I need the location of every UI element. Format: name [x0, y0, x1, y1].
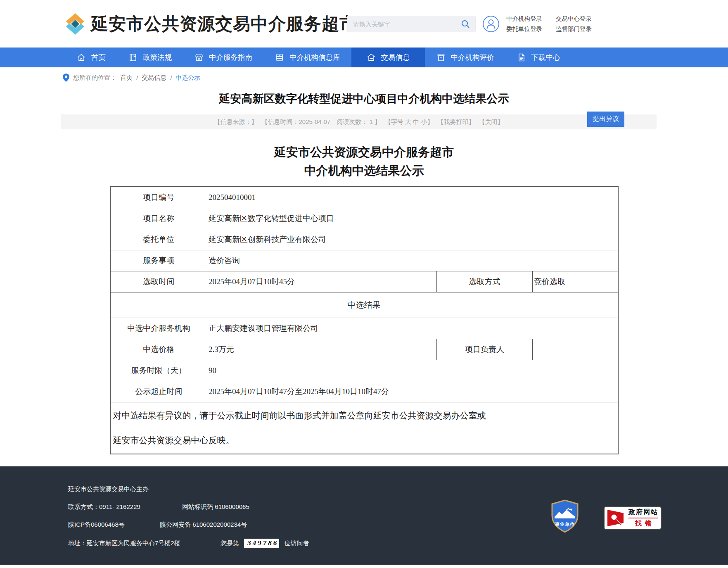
article-title: 延安高新区数字化转型促进中心项目中介机构中选结果公示 [0, 91, 728, 106]
user-avatar-icon[interactable] [482, 15, 500, 33]
search-box [347, 16, 476, 32]
result-table: 项目编号 202504010001 项目名称 延安高新区数字化转型促进中心项目 … [110, 186, 619, 454]
footer-info: 延安市公共资源交易中心主办 联系方式：0911- 2162229 网站标识码 6… [68, 485, 309, 558]
nav-item-label: 首页 [91, 52, 106, 62]
error-report-badge-line2: 找错 [632, 519, 655, 528]
price-value: 2.3万元 [207, 339, 437, 360]
price-label: 中选价格 [110, 339, 207, 360]
nav-item-label: 交易信息 [381, 52, 410, 62]
footer-address: 地址：延安市新区为民服务中心7号楼2楼 [68, 539, 219, 547]
search-icon[interactable] [460, 19, 470, 29]
search-input[interactable] [347, 21, 460, 28]
nav-item-policy[interactable]: 政策法规 [117, 48, 183, 67]
breadcrumb: 您所在的位置： 首页 / 交易信息 / 中选公示 [0, 67, 728, 88]
nav-item-label: 中介机构评价 [451, 52, 494, 62]
login-link-client[interactable]: 委托单位登录 [506, 25, 542, 33]
table-row: 委托单位 延安高新区创新科技产业有限公司 [110, 229, 618, 250]
service-duration-value: 90 [207, 360, 618, 381]
site-logo[interactable]: 延安市公共资源交易中介服务超市 [65, 12, 357, 36]
select-time-label: 选取时间 [110, 271, 207, 292]
client-value: 延安高新区创新科技产业有限公司 [207, 229, 618, 250]
location-pin-icon [63, 74, 69, 82]
breadcrumb-separator: / [136, 74, 138, 81]
public-institution-badge[interactable]: 事业单位 [550, 499, 579, 533]
main-nav: 首页 政策法规 中介服务指南 中介机构信息库 交易信息 中介机构评价 [0, 48, 728, 67]
nav-item-service-guide[interactable]: 中介服务指南 [183, 48, 263, 67]
site-logo-icon [65, 13, 85, 35]
meta-close-link[interactable]: 【关闭】 [479, 118, 503, 126]
login-link-supervision[interactable]: 监督部门登录 [549, 25, 592, 33]
result-section-header: 中选结果 [110, 292, 618, 318]
meta-font-size-control[interactable]: 【字号 大 中 小】 [385, 118, 434, 126]
site-footer: 延安市公共资源交易中心主办 联系方式：0911- 2162229 网站标识码 6… [0, 466, 728, 565]
table-row: 服务时限（天） 90 [110, 360, 618, 381]
breadcrumb-current[interactable]: 中选公示 [175, 74, 200, 82]
footer-contact: 联系方式：0911- 2162229 [68, 503, 180, 511]
select-time-value: 2025年04月07日10时45分 [207, 271, 437, 292]
publicity-period-label: 公示起止时间 [110, 381, 207, 402]
breadcrumb-prefix: 您所在的位置： [73, 74, 116, 82]
doc-title: 延安市公共资源交易中介服务超市 中介机构中选结果公示 [0, 143, 728, 180]
winner-label: 中选中介服务机构 [110, 318, 207, 339]
nav-item-label: 中介机构信息库 [289, 52, 340, 62]
project-name-value: 延安高新区数字化转型促进中心项目 [207, 208, 618, 229]
visitor-counter: 349786 [244, 539, 279, 548]
book-icon [128, 52, 138, 62]
project-name-label: 项目名称 [110, 208, 207, 229]
table-row: 中选价格 2.3万元 项目负责人 [110, 339, 618, 360]
login-link-trade-center[interactable]: 交易中心登录 [549, 15, 592, 23]
login-links: 中介机构登录 交易中心登录 委托单位登录 监督部门登录 [506, 15, 592, 33]
nav-item-label: 政策法规 [143, 52, 172, 62]
client-label: 委托单位 [110, 229, 207, 250]
breadcrumb-separator: / [170, 74, 172, 81]
nav-item-download-center[interactable]: 下载中心 [505, 48, 571, 67]
footer-icp: 陕ICP备06006468号 [68, 521, 158, 529]
footer-organizer: 延安市公共资源交易中心主办 [68, 485, 309, 493]
project-no-value: 202504010001 [207, 187, 618, 208]
meta-time-views: 【信息时间：2025-04-07 阅读次数： 1 】 [262, 118, 381, 126]
table-row: 项目编号 202504010001 [110, 187, 618, 208]
login-link-agency[interactable]: 中介机构登录 [506, 15, 542, 23]
winner-value: 正大鹏安建设项目管理有限公司 [207, 318, 618, 339]
footer-police-record: 陕公网安备 61060202000234号 [160, 521, 247, 528]
nav-item-agency-database[interactable]: 中介机构信息库 [263, 48, 351, 67]
visitor-counter-suffix: 位访问者 [285, 539, 309, 547]
site-header: 延安市公共资源交易中介服务超市 中介机构登录 交易中心登录 委托单位登录 监督部… [0, 0, 728, 48]
error-report-magnifier-icon [607, 509, 625, 527]
doc-title-line1: 延安市公共资源交易中介服务超市 [0, 143, 728, 162]
market-house-icon [366, 52, 376, 62]
nav-item-label: 下载中心 [531, 52, 560, 62]
home-icon [76, 52, 86, 62]
article-meta-bar: 【信息来源：】 【信息时间：2025-04-07 阅读次数： 1 】 【字号 大… [61, 114, 657, 129]
table-row: 中选中介服务机构 正大鹏安建设项目管理有限公司 [110, 318, 618, 339]
storefront-icon [194, 52, 204, 62]
objection-note-line2: 延安市公共资源交易中心反映。 [113, 428, 615, 453]
select-method-value: 竞价选取 [533, 271, 618, 292]
visitor-counter-prefix: 您是第 [221, 539, 239, 547]
project-no-label: 项目编号 [110, 187, 207, 208]
service-item-label: 服务事项 [110, 250, 207, 271]
nav-item-home[interactable]: 首页 [65, 48, 117, 67]
nav-item-trade-info[interactable]: 交易信息 [351, 48, 425, 67]
error-report-badge-text: 政府网站 找错 [628, 508, 658, 528]
nav-item-label: 中介服务指南 [209, 52, 252, 62]
objection-note-line1: 对中选结果有异议的，请于公示截止时间前以书面形式并加盖公章向延安市公共资源交易办… [113, 403, 615, 428]
gov-site-error-report-badge[interactable]: 政府网站 找错 [604, 506, 662, 530]
objection-button[interactable]: 提出异议 [587, 112, 624, 127]
breadcrumb-home[interactable]: 首页 [120, 74, 133, 82]
public-institution-badge-label: 事业单位 [555, 522, 575, 527]
table-row: 服务事项 造价咨询 [110, 250, 618, 271]
footer-site-code: 网站标识码 6106000065 [182, 503, 249, 510]
doc-title-line2: 中介机构中选结果公示 [0, 162, 728, 180]
site-title: 延安市公共资源交易中介服务超市 [91, 12, 357, 36]
objection-note: 对中选结果有异议的，请于公示截止时间前以书面形式并加盖公章向延安市公共资源交易办… [110, 402, 618, 454]
breadcrumb-section[interactable]: 交易信息 [142, 74, 166, 82]
user-area: 中介机构登录 交易中心登录 委托单位登录 监督部门登录 [482, 15, 592, 33]
service-duration-label: 服务时限（天） [110, 360, 207, 381]
table-row: 对中选结果有异议的，请于公示截止时间前以书面形式并加盖公章向延安市公共资源交易办… [110, 402, 618, 454]
nav-item-agency-evaluation[interactable]: 中介机构评价 [425, 48, 505, 67]
database-icon [275, 52, 285, 62]
table-row: 项目名称 延安高新区数字化转型促进中心项目 [110, 208, 618, 229]
meta-print-link[interactable]: 【我要打印】 [437, 118, 474, 126]
select-method-label: 选取方式 [437, 271, 533, 292]
